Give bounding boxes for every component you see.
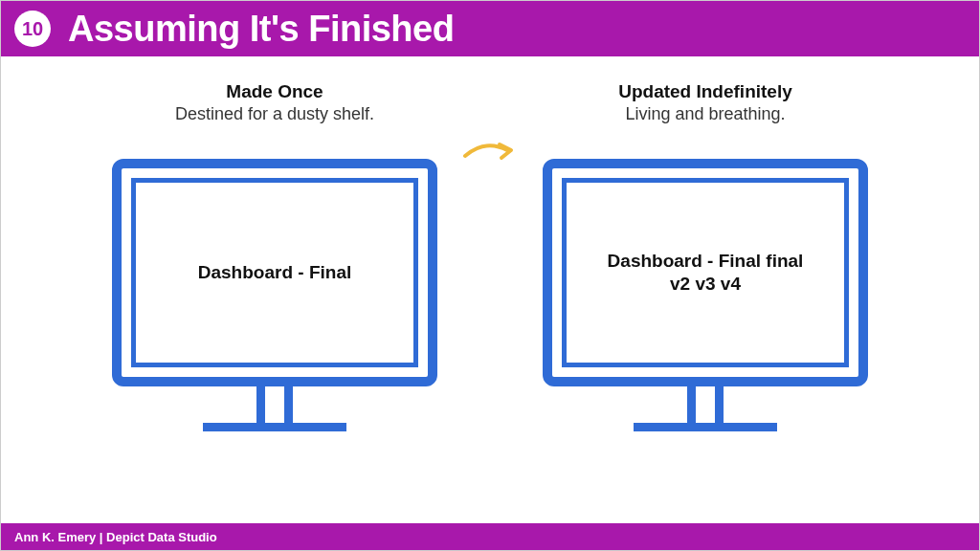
right-monitor: Dashboard - Final final v2 v3 v4	[543, 159, 868, 431]
slide-header: 10 Assuming It's Finished	[1, 1, 979, 56]
right-screen-text-line2: v2 v3 v4	[670, 273, 741, 296]
right-column-title: Updated Indefinitely	[618, 81, 792, 102]
left-column-subtitle: Destined for a dusty shelf.	[175, 104, 374, 124]
slide-title: Assuming It's Finished	[68, 9, 454, 50]
left-monitor: Dashboard - Final	[112, 159, 437, 431]
right-column-subtitle: Living and breathing.	[625, 104, 785, 124]
footer-text: Ann K. Emery | Depict Data Studio	[14, 530, 217, 544]
left-screen-text-line1: Dashboard - Final	[198, 261, 351, 284]
slide-number-badge: 10	[14, 11, 51, 47]
left-column-title: Made Once	[226, 81, 323, 102]
monitor-frame-outer: Dashboard - Final	[112, 159, 437, 386]
right-column: Updated Indefinitely Living and breathin…	[519, 81, 892, 523]
monitor-stand-neck	[687, 386, 724, 423]
monitor-stand-neck	[256, 386, 293, 423]
monitor-frame-outer: Dashboard - Final final v2 v3 v4	[543, 159, 868, 386]
monitor-frame-inner: Dashboard - Final	[131, 178, 418, 367]
left-column: Made Once Destined for a dusty shelf. Da…	[88, 81, 461, 523]
monitor-stand-base	[634, 423, 777, 431]
slide-footer: Ann K. Emery | Depict Data Studio	[1, 523, 979, 550]
slide-number: 10	[22, 18, 43, 40]
right-screen-text-line1: Dashboard - Final final	[608, 250, 804, 273]
monitor-stand-base	[203, 423, 346, 431]
monitor-frame-inner: Dashboard - Final final v2 v3 v4	[562, 178, 849, 367]
slide-body: Made Once Destined for a dusty shelf. Da…	[1, 56, 979, 523]
arrow-icon	[461, 137, 519, 165]
